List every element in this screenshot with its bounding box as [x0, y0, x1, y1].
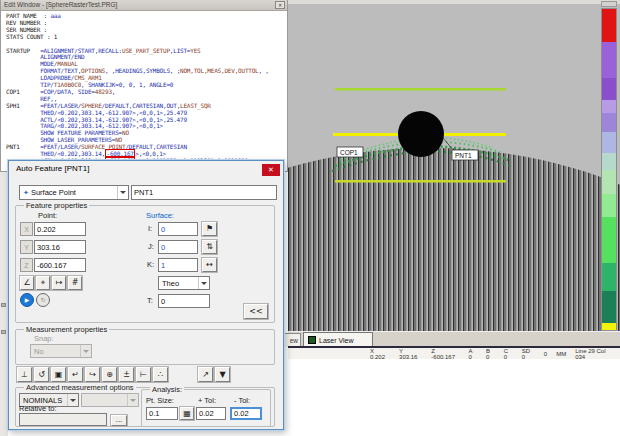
tab-graphics-view[interactable]: ew — [282, 333, 301, 347]
x-input[interactable] — [34, 222, 86, 236]
return-path-button[interactable]: ↵ — [68, 367, 83, 382]
scale-segment — [602, 194, 616, 217]
code-segment: YES — [190, 47, 200, 54]
dialog-title: Auto Feature [PNT1] — [16, 164, 89, 173]
snap-label: Snap: — [34, 334, 54, 343]
code-segment: , — [112, 88, 115, 95]
svg-text:PNT1: PNT1 — [455, 152, 472, 159]
z-input[interactable] — [34, 258, 86, 272]
pnt1-label[interactable]: PNT1 — [452, 150, 478, 160]
edit-window-titlebar[interactable]: Edit Window - [SphereRasterTest.PRG] ✕ — [1, 0, 287, 11]
status-item: 0 — [544, 351, 547, 357]
left-gutter — [0, 170, 8, 436]
level-button[interactable]: ± — [119, 367, 134, 382]
status-item: B 0 — [486, 348, 495, 360]
gutter-mark — [1, 330, 6, 334]
deviation-color-scale[interactable] — [601, 8, 617, 331]
status-item: SD 0 — [522, 348, 535, 360]
status-item: Y 303.16 — [399, 348, 422, 360]
find-nominals-button[interactable]: ⌖ — [36, 276, 50, 290]
code-segment: NO — [122, 129, 129, 136]
redirect-button[interactable]: ↪ — [85, 367, 100, 382]
gutter-mark — [1, 303, 6, 307]
surface-label[interactable]: Surface: — [146, 211, 174, 220]
flip-vector-button[interactable]: ⇅ — [202, 240, 217, 254]
pixel-size-icon[interactable]: ▦ — [180, 407, 194, 420]
probe-button[interactable]: ⊥ — [17, 367, 32, 382]
view-tab-bar: ew Laser View — [288, 331, 620, 346]
i-input[interactable] — [158, 222, 198, 236]
theo-mode-dropdown[interactable]: Theo — [158, 276, 210, 290]
path-lines-button[interactable]: ↗ — [198, 367, 213, 382]
feature-type-dropdown[interactable]: ✦ Surface Point — [19, 185, 129, 200]
color-scale-header — [601, 1, 617, 7]
lower-yellowgreen-line — [335, 180, 506, 183]
browse-button[interactable]: ... — [111, 415, 127, 426]
relative-to-label: Relative to: — [19, 404, 57, 413]
relative-to-input[interactable] — [19, 413, 107, 426]
measurement-properties-label: Measurement properties — [24, 325, 109, 334]
scale-segment — [602, 323, 616, 331]
pt-size-label: Pt. Size: — [146, 396, 174, 405]
feature-name-input[interactable] — [131, 185, 277, 200]
y-axis-tag: Y — [20, 240, 33, 254]
plus-tol-input[interactable] — [196, 407, 226, 420]
target-button[interactable]: ⊕ — [102, 367, 117, 382]
feature-properties-group: Feature properties Point: X Y Z ∠⌖↦# ▶ ↻… — [15, 205, 275, 323]
retest-button[interactable]: ↻ — [36, 293, 50, 307]
edit-window-close-icon[interactable]: ✕ — [275, 1, 285, 9]
execute-button[interactable]: ▶ — [20, 293, 34, 307]
secondary-dropdown[interactable] — [81, 393, 139, 407]
tab-laser-view[interactable]: Laser View — [303, 332, 373, 347]
sphere-silhouette — [398, 111, 444, 157]
program-code[interactable]: PART NAME : aaaREV NUMBER : SER NUMBER :… — [6, 13, 286, 170]
snap-value: No — [34, 347, 44, 356]
cop1-label[interactable]: COP1 — [337, 147, 363, 157]
gage-button[interactable]: ⚑ — [202, 222, 217, 236]
close-icon[interactable]: ✕ — [262, 164, 280, 176]
minus-tol-input[interactable] — [230, 407, 262, 420]
status-bar: X 0.202Y 303.16Z -600.167A 0B 0C 0SD 00M… — [288, 346, 620, 359]
swap-vector-button[interactable]: ↔ — [202, 258, 217, 272]
laser-tab-label: Laser View — [319, 337, 354, 344]
minus-tol-label: - Tol: — [234, 396, 250, 405]
rotate-button[interactable]: ↺ — [34, 367, 49, 382]
scale-segment — [602, 9, 616, 42]
laser-scan-canvas[interactable]: COP1 PNT1 — [288, 0, 620, 331]
edit-window[interactable]: Edit Window - [SphereRasterTest.PRG] ✕ P… — [0, 0, 288, 172]
auto-feature-dialog: Auto Feature [PNT1] ✕ ✦ Surface Point Fe… — [8, 160, 284, 430]
upper-green-line — [335, 88, 506, 91]
grid-button[interactable]: # — [68, 276, 82, 290]
chevron-down-icon — [80, 345, 91, 357]
j-input[interactable] — [158, 240, 198, 254]
code-segment: , , — [259, 67, 269, 74]
laser-view-panel[interactable]: COP1 PNT1 — [288, 0, 620, 331]
measurement-properties-group: Measurement properties Snap: No — [15, 329, 275, 365]
offset-button[interactable]: ⊢ — [136, 367, 151, 382]
x-axis-tag: X — [20, 222, 33, 236]
y-input[interactable] — [34, 240, 86, 254]
scale-segment — [602, 42, 616, 78]
filter-button[interactable]: ▼ — [215, 367, 230, 382]
k-input[interactable] — [158, 258, 198, 272]
box-select-button[interactable]: ▣ — [51, 367, 66, 382]
t-input[interactable] — [158, 294, 210, 308]
axis-angle-button[interactable]: ∠ — [20, 276, 34, 290]
i-label: I: — [148, 224, 152, 233]
point-cloud-button[interactable]: ∴ — [153, 367, 168, 382]
collapse-button[interactable]: << — [244, 304, 268, 319]
t-label: T: — [147, 296, 153, 305]
status-item: Line 29 Col 034 — [575, 348, 616, 360]
theo-mode-value: Theo — [162, 279, 179, 288]
pt-size-input[interactable] — [146, 407, 178, 420]
app-window: COP1 PNT1 ew Laser View X 0.202Y 303.16Z… — [0, 0, 620, 436]
feature-properties-label: Feature properties — [24, 201, 89, 210]
scan-dome — [288, 148, 620, 331]
snap-dropdown[interactable]: No — [30, 344, 92, 358]
svg-text:COP1: COP1 — [340, 149, 358, 156]
point-label: Point: — [38, 211, 57, 220]
analysis-label: Analysis: — [150, 385, 184, 394]
feature-tools-row: ∠⌖↦# — [20, 276, 82, 290]
point-distance-button[interactable]: ↦ — [52, 276, 66, 290]
k-label: K: — [147, 260, 154, 269]
